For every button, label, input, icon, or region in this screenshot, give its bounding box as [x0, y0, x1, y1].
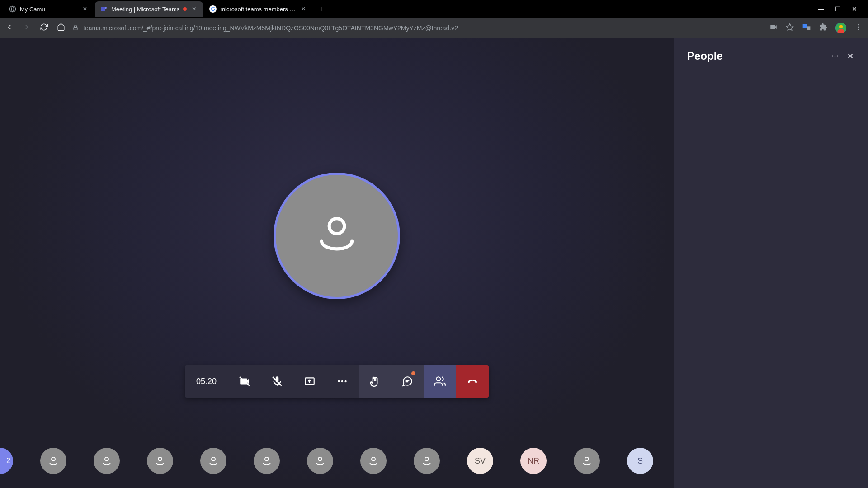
- svg-point-7: [839, 25, 843, 28]
- meeting-control-bar: 05:20: [185, 365, 489, 398]
- camera-toggle-button[interactable]: [228, 365, 261, 398]
- lock-icon: [72, 24, 79, 32]
- raise-hand-button[interactable]: [359, 365, 391, 398]
- participant-avatar-initials[interactable]: SV: [467, 448, 493, 474]
- browser-chrome: My Camu × Meeting | Microsoft Teams × G …: [0, 0, 868, 38]
- notification-dot-icon: [411, 371, 415, 375]
- toolbar-right: [769, 23, 863, 33]
- meeting-timer: 05:20: [185, 365, 228, 398]
- svg-point-16: [341, 380, 343, 382]
- svg-rect-5: [807, 26, 810, 30]
- svg-point-8: [858, 24, 859, 25]
- participant-overflow[interactable]: 2: [0, 448, 13, 474]
- svg-point-31: [835, 56, 836, 57]
- share-screen-button[interactable]: [293, 365, 326, 398]
- svg-point-32: [837, 56, 838, 57]
- teams-app: 05:20: [0, 38, 868, 488]
- participant-strip: 2 SV NR S: [0, 434, 674, 488]
- svg-point-30: [832, 56, 833, 57]
- browser-menu-icon[interactable]: [854, 23, 863, 33]
- participant-avatar[interactable]: [94, 448, 120, 474]
- profile-avatar[interactable]: [835, 23, 846, 33]
- svg-point-24: [212, 457, 215, 461]
- forward-button[interactable]: [23, 23, 31, 33]
- participant-avatar[interactable]: [360, 448, 387, 474]
- participant-avatar[interactable]: [307, 448, 333, 474]
- svg-rect-1: [101, 7, 105, 11]
- participant-avatar[interactable]: [200, 448, 226, 474]
- google-icon: G: [209, 5, 217, 13]
- teams-icon: [100, 5, 108, 13]
- participant-avatar[interactable]: [254, 448, 280, 474]
- more-actions-button[interactable]: [326, 365, 359, 398]
- svg-point-27: [372, 457, 375, 461]
- svg-point-2: [105, 7, 107, 9]
- tab-title: My Camu: [20, 6, 78, 13]
- svg-point-28: [425, 457, 429, 461]
- translate-icon[interactable]: [802, 23, 811, 33]
- meeting-stage: 05:20: [0, 38, 674, 488]
- svg-point-25: [265, 457, 269, 461]
- close-window-button[interactable]: ✕: [852, 5, 857, 13]
- active-speaker-avatar: [274, 173, 400, 299]
- panel-more-icon[interactable]: [831, 52, 839, 60]
- url-text: teams.microsoft.com/_#/pre-join-calling/…: [83, 24, 458, 32]
- svg-rect-3: [74, 27, 77, 30]
- minimize-button[interactable]: —: [818, 5, 824, 13]
- participant-avatar-initials[interactable]: S: [627, 448, 653, 474]
- svg-point-20: [436, 377, 440, 381]
- home-button[interactable]: [57, 23, 65, 33]
- tab-close-icon[interactable]: ×: [190, 5, 198, 13]
- tab-close-icon[interactable]: ×: [300, 5, 307, 13]
- svg-rect-4: [803, 24, 807, 28]
- svg-point-23: [158, 457, 162, 461]
- extensions-icon[interactable]: [819, 23, 827, 33]
- bookmark-star-icon[interactable]: [786, 23, 794, 33]
- svg-point-11: [329, 219, 344, 234]
- participant-avatar[interactable]: [147, 448, 173, 474]
- tab-close-icon[interactable]: ×: [81, 5, 89, 13]
- chat-button[interactable]: [391, 365, 424, 398]
- panel-header: People: [674, 38, 868, 74]
- people-button[interactable]: [424, 365, 456, 398]
- svg-point-10: [858, 29, 859, 30]
- maximize-button[interactable]: ☐: [835, 5, 841, 13]
- address-bar: teams.microsoft.com/_#/pre-join-calling/…: [0, 18, 868, 38]
- window-controls: — ☐ ✕: [818, 5, 864, 13]
- reload-button[interactable]: [40, 23, 48, 33]
- url-box[interactable]: teams.microsoft.com/_#/pre-join-calling/…: [72, 24, 762, 32]
- participant-avatar[interactable]: [40, 448, 66, 474]
- hangup-button[interactable]: [456, 365, 489, 398]
- svg-point-29: [585, 457, 589, 461]
- svg-point-15: [338, 380, 340, 382]
- browser-tab[interactable]: My Camu ×: [4, 1, 94, 17]
- back-button[interactable]: [5, 23, 14, 33]
- svg-point-26: [318, 457, 322, 461]
- svg-point-17: [344, 380, 346, 382]
- svg-point-22: [105, 457, 108, 461]
- svg-point-21: [52, 457, 55, 461]
- svg-point-9: [858, 27, 859, 28]
- recording-indicator-icon: [183, 7, 187, 11]
- browser-tab[interactable]: G microsoft teams members not sh ×: [204, 1, 312, 17]
- participant-avatar[interactable]: [414, 448, 440, 474]
- new-tab-button[interactable]: +: [313, 5, 329, 14]
- panel-title: People: [687, 50, 824, 62]
- participant-avatar-initials[interactable]: NR: [520, 448, 547, 474]
- camera-indicator-icon[interactable]: [769, 23, 778, 33]
- browser-tab-active[interactable]: Meeting | Microsoft Teams ×: [95, 1, 203, 17]
- people-panel: People: [674, 38, 868, 488]
- panel-close-icon[interactable]: [846, 52, 854, 60]
- tab-strip: My Camu × Meeting | Microsoft Teams × G …: [0, 0, 868, 18]
- tab-title: microsoft teams members not sh: [220, 6, 296, 13]
- mic-toggle-button[interactable]: [261, 365, 293, 398]
- participant-avatar[interactable]: [574, 448, 600, 474]
- globe-icon: [9, 5, 16, 13]
- tab-title: Meeting | Microsoft Teams: [111, 6, 179, 13]
- nav-icons: [5, 23, 65, 33]
